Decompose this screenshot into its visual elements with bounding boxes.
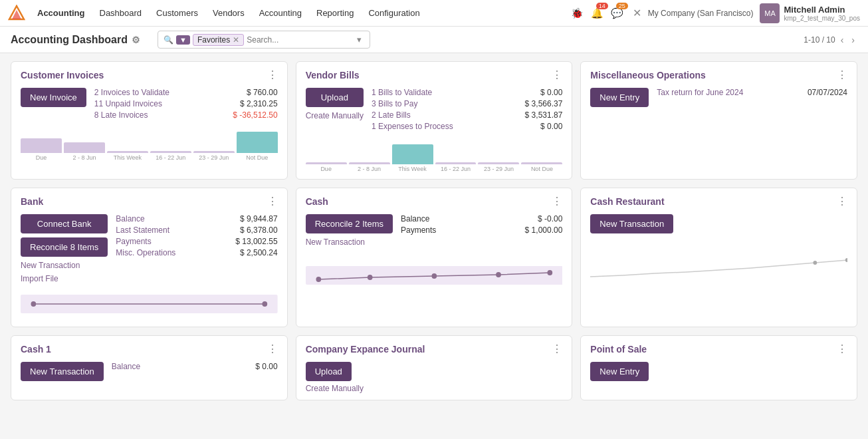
reconcile-8-items-button[interactable]: Reconcile 8 Items bbox=[21, 237, 108, 257]
chart-label-thisweek: This Week bbox=[107, 154, 148, 161]
vb-label-thisweek: This Week bbox=[392, 166, 433, 172]
invoices-late-link[interactable]: 8 Late Invoices bbox=[94, 110, 148, 120]
nav-item-dashboard[interactable]: Dashboard bbox=[93, 4, 149, 22]
reconcile-2-items-button[interactable]: Reconcile 2 Items bbox=[306, 214, 393, 233]
pagination-prev[interactable]: ‹ bbox=[838, 33, 847, 47]
company-label[interactable]: My Company (San Francisco) bbox=[648, 9, 754, 18]
nav-item-configuration[interactable]: Configuration bbox=[362, 4, 426, 22]
late-bills-link[interactable]: 2 Late Bills bbox=[372, 110, 411, 120]
cash-restaurant-title[interactable]: Cash Restaurant bbox=[590, 196, 664, 207]
bank-misc-label[interactable]: Misc. Operations bbox=[116, 248, 175, 257]
chart-label-23-29: 23 - 29 Jun bbox=[193, 154, 235, 161]
nav-item-accounting2[interactable]: Accounting bbox=[253, 4, 308, 22]
bank-payments-amount: $ 13,002.55 bbox=[235, 237, 277, 246]
bank-payments-label[interactable]: Payments bbox=[116, 237, 151, 246]
bank-last-statement-label[interactable]: Last Statement bbox=[116, 225, 169, 235]
cash1-menu[interactable]: ⋮ bbox=[267, 343, 278, 355]
point-of-sale-card: Point of Sale ⋮ New Entry bbox=[580, 335, 857, 400]
nav-item-reporting[interactable]: Reporting bbox=[310, 4, 360, 22]
nav-item-accounting[interactable]: Accounting bbox=[31, 4, 92, 22]
pagination-next[interactable]: › bbox=[849, 33, 857, 47]
company-expance-create-manually-link[interactable]: Create Manually bbox=[306, 384, 563, 393]
bank-menu[interactable]: ⋮ bbox=[267, 195, 278, 208]
vendor-upload-button[interactable]: Upload bbox=[306, 88, 364, 107]
cash1-new-transaction-button[interactable]: New Transaction bbox=[21, 362, 104, 381]
cash1-balance-label[interactable]: Balance bbox=[112, 362, 140, 371]
connect-bank-button[interactable]: Connect Bank bbox=[21, 214, 108, 233]
app-logo[interactable] bbox=[8, 5, 25, 22]
svg-point-8 bbox=[496, 272, 501, 277]
vendor-bills-menu[interactable]: ⋮ bbox=[552, 69, 562, 81]
nav-item-vendors[interactable]: Vendors bbox=[206, 4, 251, 22]
create-manually-link[interactable]: Create Manually bbox=[306, 110, 364, 122]
user-info[interactable]: MA Mitchell Admin kmp_2_test_may_30_pos bbox=[760, 3, 860, 23]
favorites-tag-close[interactable]: ✕ bbox=[233, 35, 239, 45]
misc-operations-title[interactable]: Miscellaneous Operations bbox=[590, 70, 706, 80]
bank-last-statement-amount: $ 6,378.00 bbox=[240, 225, 278, 235]
cash-card: Cash ⋮ Reconcile 2 Items New Transaction… bbox=[296, 188, 573, 327]
new-invoice-button[interactable]: New Invoice bbox=[21, 88, 86, 107]
cash-title[interactable]: Cash bbox=[306, 196, 328, 207]
settings-gear-icon[interactable]: ⚙ bbox=[132, 35, 140, 45]
main-content: Customer Invoices ⋮ New Invoice 2 Invoic… bbox=[0, 53, 868, 436]
message-badge: 25 bbox=[616, 3, 628, 9]
vendor-bills-title[interactable]: Vendor Bills bbox=[306, 70, 360, 80]
cash1-title[interactable]: Cash 1 bbox=[21, 344, 51, 355]
company-expance-title[interactable]: Company Expance Journal bbox=[306, 344, 425, 355]
cash-sparkline-svg bbox=[306, 263, 563, 289]
bank-balance-label[interactable]: Balance bbox=[116, 214, 144, 223]
invoices-validate-amount: $ 760.00 bbox=[247, 88, 278, 97]
chart-bar-notdue bbox=[237, 132, 278, 153]
vb-chart-bar-2-8jun bbox=[349, 162, 390, 164]
chart-bar-23-29 bbox=[193, 151, 235, 153]
favorites-tag[interactable]: Favorites ✕ bbox=[193, 34, 244, 46]
cash-restaurant-sparkline-svg bbox=[590, 253, 847, 280]
search-icon: 🔍 bbox=[163, 35, 173, 45]
point-of-sale-new-entry-button[interactable]: New Entry bbox=[590, 362, 649, 381]
invoices-validate-link[interactable]: 2 Invoices to Validate bbox=[94, 88, 169, 97]
misc-operations-menu[interactable]: ⋮ bbox=[837, 69, 847, 81]
search-input[interactable] bbox=[247, 35, 352, 45]
bank-new-transaction-link[interactable]: New Transaction bbox=[21, 261, 108, 270]
bank-card: Bank ⋮ Connect Bank Reconcile 8 Items Ne… bbox=[11, 188, 288, 327]
point-of-sale-title[interactable]: Point of Sale bbox=[590, 344, 647, 355]
chart-label-16-22: 16 - 22 Jun bbox=[150, 154, 191, 161]
bills-validate-link[interactable]: 1 Bills to Validate bbox=[372, 88, 432, 97]
bank-title[interactable]: Bank bbox=[21, 196, 43, 207]
chart-label-notdue: Not Due bbox=[237, 154, 278, 161]
bills-validate-amount: $ 0.00 bbox=[540, 88, 562, 97]
cards-grid: Customer Invoices ⋮ New Invoice 2 Invoic… bbox=[11, 61, 857, 400]
cash-payments-label: Payments bbox=[401, 225, 436, 235]
cash-balance-amount: $ -0.00 bbox=[538, 214, 562, 223]
chart-label-due: Due bbox=[21, 154, 62, 161]
cash-menu[interactable]: ⋮ bbox=[552, 195, 562, 208]
bug-icon-btn[interactable]: 🐞 bbox=[568, 4, 587, 23]
invoices-unpaid-link[interactable]: 11 Unpaid Invoices bbox=[94, 99, 162, 108]
customer-invoices-menu[interactable]: ⋮ bbox=[267, 69, 278, 81]
svg-point-10 bbox=[814, 261, 817, 265]
company-expance-upload-button[interactable]: Upload bbox=[306, 362, 352, 381]
company-expance-menu[interactable]: ⋮ bbox=[552, 343, 562, 355]
bank-import-file-link[interactable]: Import File bbox=[21, 274, 108, 283]
message-icon-btn[interactable]: 💬 25 bbox=[608, 4, 627, 23]
cash-restaurant-menu[interactable]: ⋮ bbox=[837, 195, 847, 208]
misc-new-entry-button[interactable]: New Entry bbox=[590, 88, 649, 107]
chart-bar-16-22 bbox=[150, 151, 191, 153]
chart-label-2-8jun: 2 - 8 Jun bbox=[64, 154, 105, 161]
bell-icon-btn[interactable]: 🔔 14 bbox=[588, 4, 607, 23]
customer-invoices-title[interactable]: Customer Invoices bbox=[21, 70, 104, 80]
bank-misc-amount: $ 2,500.24 bbox=[240, 248, 278, 257]
bills-to-pay-link[interactable]: 3 Bills to Pay bbox=[372, 99, 417, 108]
cash-restaurant-new-transaction-button[interactable]: New Transaction bbox=[590, 214, 673, 233]
expenses-link[interactable]: 1 Expenses to Process bbox=[372, 122, 453, 131]
nav-item-customers[interactable]: Customers bbox=[150, 4, 205, 22]
filter-icon-btn[interactable]: ▼ bbox=[176, 35, 190, 45]
point-of-sale-menu[interactable]: ⋮ bbox=[837, 343, 847, 355]
search-dropdown-icon[interactable]: ▾ bbox=[354, 33, 364, 46]
bank-chart bbox=[21, 291, 278, 320]
cash-new-transaction-link[interactable]: New Transaction bbox=[306, 237, 393, 247]
vendor-bills-card: Vendor Bills ⋮ Upload Create Manually 1 … bbox=[296, 61, 573, 180]
close-icon-btn[interactable]: ✕ bbox=[628, 4, 647, 23]
customer-invoices-card: Customer Invoices ⋮ New Invoice 2 Invoic… bbox=[11, 61, 288, 180]
tax-return-link[interactable]: Tax return for June 2024 bbox=[657, 88, 743, 97]
